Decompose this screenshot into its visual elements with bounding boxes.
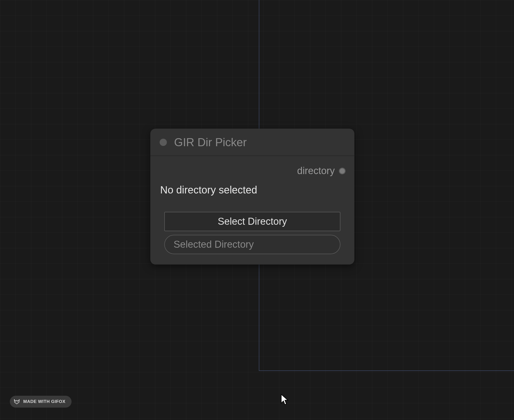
selected-directory-input[interactable] bbox=[164, 235, 340, 254]
output-port-icon[interactable] bbox=[339, 168, 346, 174]
axis-horizontal-line bbox=[259, 370, 514, 371]
directory-status-text: No directory selected bbox=[159, 184, 346, 212]
node-header[interactable]: GIR Dir Picker bbox=[150, 129, 354, 156]
watermark-text: MADE WITH GIFOX bbox=[23, 399, 65, 404]
select-directory-button[interactable]: Select Directory bbox=[164, 212, 340, 231]
output-row: directory bbox=[159, 162, 346, 184]
gifox-watermark: MADE WITH GIFOX bbox=[10, 396, 72, 408]
node-status-dot-icon bbox=[160, 139, 167, 146]
node-title: GIR Dir Picker bbox=[174, 136, 247, 149]
node-body: directory No directory selected Select D… bbox=[150, 156, 354, 265]
gifox-fox-icon bbox=[13, 398, 20, 405]
output-label: directory bbox=[297, 165, 335, 176]
dir-picker-node[interactable]: GIR Dir Picker directory No directory se… bbox=[150, 129, 354, 265]
